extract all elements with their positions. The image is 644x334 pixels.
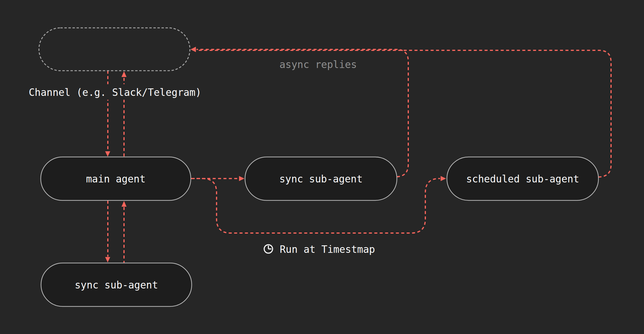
diagram-canvas: main agent sync sub-agent scheduled sub-… xyxy=(0,0,644,334)
sync-sub-agent-label: sync sub-agent xyxy=(279,173,362,185)
run-at-annotation: Run at Timestmap xyxy=(264,244,375,255)
arrowhead-up-icon xyxy=(122,201,127,207)
run-at-label: Run at Timestmap xyxy=(280,244,375,255)
clock-icon xyxy=(264,245,273,253)
connectors xyxy=(105,47,611,263)
arrowhead-right-icon xyxy=(239,176,244,181)
arrowhead-down-icon xyxy=(105,151,110,157)
agent-architecture-diagram: main agent sync sub-agent scheduled sub-… xyxy=(0,0,644,334)
channel-label: Channel (e.g. Slack/Telegram) xyxy=(29,87,201,98)
sync-sub-agent-bottom-label: sync sub-agent xyxy=(75,279,158,291)
arrowhead-up-icon xyxy=(122,71,127,77)
scheduled-sub-agent-label: scheduled sub-agent xyxy=(466,173,579,185)
channel-node xyxy=(39,28,190,71)
async-replies-label: async replies xyxy=(279,59,357,70)
arrowhead-left-icon xyxy=(191,47,196,52)
arrowhead-down-icon xyxy=(105,257,110,262)
arrowhead-right-icon xyxy=(441,176,446,181)
main-agent-label: main agent xyxy=(86,173,146,185)
